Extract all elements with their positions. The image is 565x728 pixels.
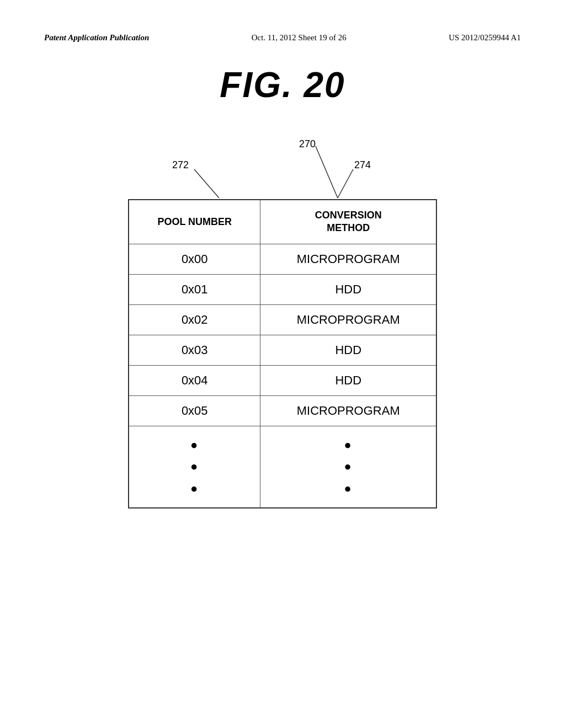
page-header: Patent Application Publication Oct. 11, … xyxy=(44,33,521,42)
svg-line-0 xyxy=(316,146,338,198)
cell-method-0x03: HDD xyxy=(260,335,436,365)
col-header-pool-number: POOL NUMBER xyxy=(129,200,260,244)
cell-pool-0x01: 0x01 xyxy=(129,274,260,304)
table-row: 0x05 MICROPROGRAM xyxy=(129,395,436,426)
cell-method-0x02: MICROPROGRAM xyxy=(260,304,436,335)
cell-pool-dots: ●●● xyxy=(129,426,260,507)
ref-label-270: 270 xyxy=(299,138,316,150)
cell-method-0x00: MICROPROGRAM xyxy=(260,244,436,274)
figure-title: FIG. 20 xyxy=(44,65,521,105)
cell-pool-0x05: 0x05 xyxy=(129,395,260,426)
labels-area: 270 272 274 xyxy=(128,138,437,199)
cell-pool-0x03: 0x03 xyxy=(129,335,260,365)
ref-label-274: 274 xyxy=(354,159,371,171)
table-header-row: POOL NUMBER CONVERSIONMETHOD xyxy=(129,200,436,244)
col-header-conversion-method: CONVERSIONMETHOD xyxy=(260,200,436,244)
cell-method-0x04: HDD xyxy=(260,365,436,395)
header-publication-label: Patent Application Publication xyxy=(44,33,149,42)
header-date-sheet: Oct. 11, 2012 Sheet 19 of 26 xyxy=(252,33,347,42)
ref-label-272: 272 xyxy=(172,159,189,171)
diagram-wrapper: 270 272 274 POOL NUMBER CONVERSIONMETHOD… xyxy=(128,138,437,508)
svg-line-2 xyxy=(338,169,353,198)
table-row: 0x00 MICROPROGRAM xyxy=(129,244,436,274)
cell-method-0x01: HDD xyxy=(260,274,436,304)
cell-pool-0x02: 0x02 xyxy=(129,304,260,335)
cell-method-dots: ●●● xyxy=(260,426,436,507)
cell-pool-0x00: 0x00 xyxy=(129,244,260,274)
page: Patent Application Publication Oct. 11, … xyxy=(0,0,565,728)
cell-method-0x05: MICROPROGRAM xyxy=(260,395,436,426)
table-row: 0x01 HDD xyxy=(129,274,436,304)
table-row: 0x02 MICROPROGRAM xyxy=(129,304,436,335)
cell-pool-0x04: 0x04 xyxy=(129,365,260,395)
table-row: 0x03 HDD xyxy=(129,335,436,365)
table-row: 0x04 HDD xyxy=(129,365,436,395)
svg-line-1 xyxy=(194,169,219,198)
diagram-container: 270 272 274 POOL NUMBER CONVERSIONMETHOD… xyxy=(44,138,521,508)
header-patent-number: US 2012/0259944 A1 xyxy=(449,33,521,42)
data-table: POOL NUMBER CONVERSIONMETHOD 0x00 MICROP… xyxy=(128,199,437,508)
table-row-dots: ●●● ●●● xyxy=(129,426,436,507)
